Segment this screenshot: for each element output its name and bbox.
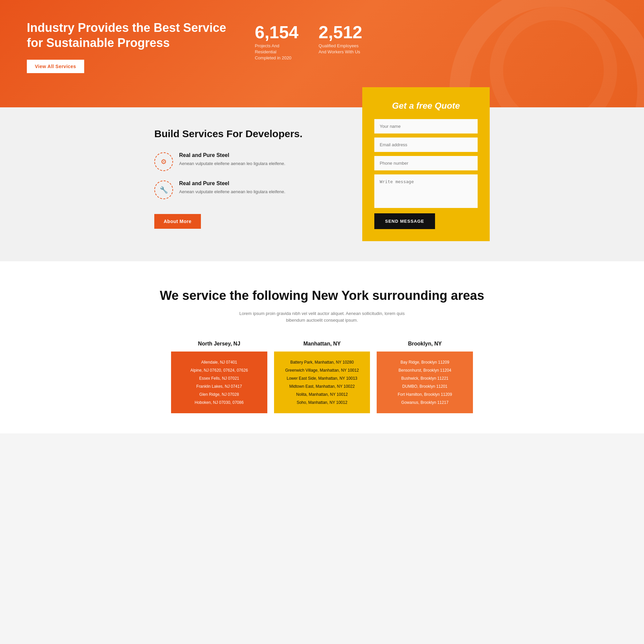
stat-projects-description: Projects And Residential Completed in 20… [255,43,299,61]
view-all-services-button[interactable]: View All Services [27,60,84,73]
message-input[interactable] [374,174,478,208]
service-text-2: Real and Pure Steel Aenean vulputate ele… [179,180,285,195]
mn-item-5: Nolita, Manhattan, NY 10012 [279,390,365,398]
area-col-manhattan: Manhattan, NY Battery Park, Manhattan, N… [274,341,370,413]
stat-employees: 2,512 Qualified Employees And Workers Wi… [319,23,362,61]
nj-item-2: Alpine, NJ 07620, 07624, 07626 [176,366,262,374]
service-name-1: Real and Pure Steel [179,152,285,158]
areas-title: We service the following New York surrou… [13,288,631,304]
stat-projects-number: 6,154 [255,23,299,41]
hero-title: Industry Provides the Best Service for S… [27,20,228,50]
steel-icon-1: ⚙ [161,158,167,166]
mn-item-3: Lower East Side, Manhattan, NY 10013 [279,374,365,382]
area-box-manhattan: Battery Park, Manhattan, NY 10280 Greenw… [274,352,370,413]
mn-item-2: Greenwich Village, Manhattan, NY 10012 [279,366,365,374]
about-more-button[interactable]: About More [154,214,201,229]
stat-employees-description: Qualified Employees And Workers With Us [319,43,362,55]
bk-item-1: Bay Ridge, Brooklyn 11209 [382,358,468,366]
service-desc-1: Aenean vulputate eleifene aenean leo lig… [179,160,285,167]
service-item-2: 🔧 Real and Pure Steel Aenean vulputate e… [154,180,342,199]
steel-icon-2: 🔧 [160,186,168,194]
hero-section: Industry Provides the Best Service for S… [0,0,644,107]
build-title: Build Services For Developers. [154,127,342,140]
area-box-north-jersey: Allendale, NJ 07401 Alpine, NJ 07620, 07… [171,352,267,413]
nj-item-5: Glen Ridge, NJ 07028 [176,390,262,398]
area-title-brooklyn: Brooklyn, NY [377,341,473,347]
build-column: Build Services For Developers. ⚙ Real an… [154,127,362,229]
mn-item-6: Soho, Manhattan, NY 10012 [279,398,365,407]
bk-item-6: Gowanus, Brooklyn 11217 [382,398,468,407]
quote-column: Get a free Quote SEND MESSAGE [362,87,490,241]
service-name-2: Real and Pure Steel [179,180,285,186]
stat-projects: 6,154 Projects And Residential Completed… [255,23,299,61]
nj-item-3: Essex Fells, NJ 07021 [176,374,262,382]
areas-section: We service the following New York surrou… [0,261,644,433]
areas-description: Lorem ipsum proin gravida nibh vel velit… [238,310,406,324]
nj-item-6: Hoboken, NJ 07030, 07086 [176,398,262,407]
bk-item-2: Bensonhurst, Brooklyn 11204 [382,366,468,374]
quote-card: Get a free Quote SEND MESSAGE [362,87,490,241]
area-title-north-jersey: North Jersey, NJ [171,341,267,347]
send-message-button[interactable]: SEND MESSAGE [374,213,435,229]
mn-item-4: Midtown East, Manhattan, NY 10022 [279,382,365,390]
phone-input[interactable] [374,156,478,170]
areas-grid: North Jersey, NJ Allendale, NJ 07401 Alp… [171,341,473,413]
area-title-manhattan: Manhattan, NY [274,341,370,347]
service-item-1: ⚙ Real and Pure Steel Aenean vulputate e… [154,152,342,171]
email-input[interactable] [374,138,478,152]
nj-item-1: Allendale, NJ 07401 [176,358,262,366]
service-text-1: Real and Pure Steel Aenean vulputate ele… [179,152,285,167]
bk-item-5: Fort Hamilton, Brooklyn 11209 [382,390,468,398]
service-icon-wrap-1: ⚙ [154,152,173,171]
area-box-brooklyn: Bay Ridge, Brooklyn 11209 Bensonhurst, B… [377,352,473,413]
bk-item-4: DUMBO, Brooklyn 11201 [382,382,468,390]
mn-item-1: Battery Park, Manhattan, NY 10280 [279,358,365,366]
stat-employees-number: 2,512 [319,23,362,41]
nj-item-4: Franklin Lakes, NJ 07417 [176,382,262,390]
hero-stats: 6,154 Projects And Residential Completed… [255,20,362,61]
quote-form: SEND MESSAGE [374,119,478,229]
name-input[interactable] [374,119,478,133]
area-col-brooklyn: Brooklyn, NY Bay Ridge, Brooklyn 11209 B… [377,341,473,413]
middle-section: Build Services For Developers. ⚙ Real an… [0,107,644,261]
service-desc-2: Aenean vulputate eleifene aenean leo lig… [179,189,285,195]
bk-item-3: Bushwick, Brooklyn 11221 [382,374,468,382]
service-icon-wrap-2: 🔧 [154,180,173,199]
quote-title: Get a free Quote [374,101,478,111]
area-col-north-jersey: North Jersey, NJ Allendale, NJ 07401 Alp… [171,341,267,413]
